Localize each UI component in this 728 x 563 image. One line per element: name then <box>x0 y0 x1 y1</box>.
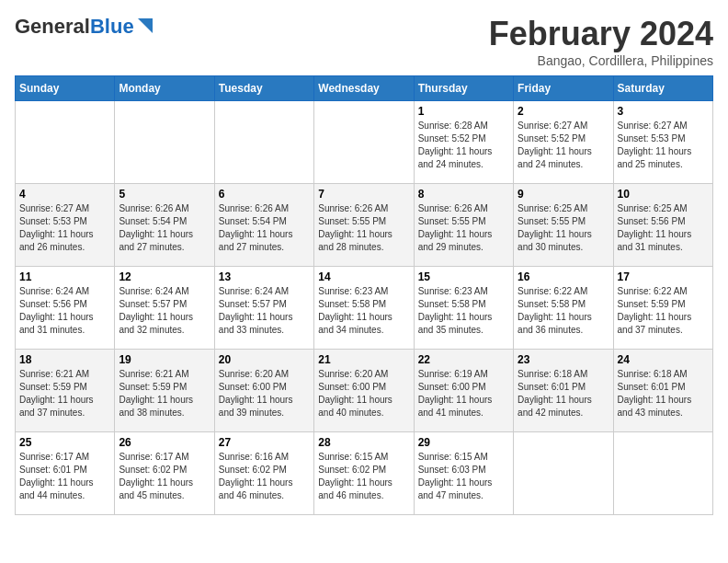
calendar-cell: 17Sunrise: 6:22 AM Sunset: 5:59 PM Dayli… <box>613 267 712 350</box>
calendar-cell: 27Sunrise: 6:16 AM Sunset: 6:02 PM Dayli… <box>214 432 313 515</box>
calendar-week-row: 11Sunrise: 6:24 AM Sunset: 5:56 PM Dayli… <box>16 267 713 350</box>
day-info: Sunrise: 6:17 AM Sunset: 6:02 PM Dayligh… <box>119 451 210 502</box>
day-info: Sunrise: 6:18 AM Sunset: 6:01 PM Dayligh… <box>618 368 709 419</box>
day-info: Sunrise: 6:23 AM Sunset: 5:58 PM Dayligh… <box>418 285 509 337</box>
day-number: 17 <box>618 270 709 283</box>
weekday-header: Sunday <box>16 76 115 101</box>
calendar-cell: 26Sunrise: 6:17 AM Sunset: 6:02 PM Dayli… <box>115 432 214 515</box>
day-number: 9 <box>518 188 609 201</box>
day-number: 2 <box>518 105 609 118</box>
day-number: 10 <box>618 188 709 201</box>
calendar-week-row: 18Sunrise: 6:21 AM Sunset: 5:59 PM Dayli… <box>16 350 713 432</box>
day-number: 26 <box>119 436 210 449</box>
calendar-cell: 4Sunrise: 6:27 AM Sunset: 5:53 PM Daylig… <box>16 184 115 267</box>
day-number: 1 <box>418 105 509 118</box>
day-number: 12 <box>119 270 210 283</box>
day-info: Sunrise: 6:24 AM Sunset: 5:57 PM Dayligh… <box>119 285 210 337</box>
location: Bangao, Cordillera, Philippines <box>489 53 713 68</box>
day-info: Sunrise: 6:22 AM Sunset: 5:58 PM Dayligh… <box>518 285 609 337</box>
calendar-cell: 28Sunrise: 6:15 AM Sunset: 6:02 PM Dayli… <box>314 432 414 515</box>
calendar-cell: 5Sunrise: 6:26 AM Sunset: 5:54 PM Daylig… <box>115 184 214 267</box>
calendar-cell: 18Sunrise: 6:21 AM Sunset: 5:59 PM Dayli… <box>16 350 115 432</box>
calendar-cell: 29Sunrise: 6:15 AM Sunset: 6:03 PM Dayli… <box>414 432 513 515</box>
calendar-cell: 3Sunrise: 6:27 AM Sunset: 5:53 PM Daylig… <box>613 101 712 184</box>
day-info: Sunrise: 6:27 AM Sunset: 5:52 PM Dayligh… <box>518 120 609 171</box>
calendar-cell: 1Sunrise: 6:28 AM Sunset: 5:52 PM Daylig… <box>414 101 513 184</box>
calendar-cell: 11Sunrise: 6:24 AM Sunset: 5:56 PM Dayli… <box>16 267 115 350</box>
day-number: 16 <box>518 270 609 283</box>
day-info: Sunrise: 6:25 AM Sunset: 5:56 PM Dayligh… <box>618 202 709 254</box>
day-number: 6 <box>219 188 310 201</box>
day-info: Sunrise: 6:27 AM Sunset: 5:53 PM Dayligh… <box>618 120 709 171</box>
day-number: 11 <box>19 270 110 283</box>
weekday-header: Monday <box>115 76 214 101</box>
day-number: 7 <box>318 188 409 201</box>
day-number: 3 <box>618 105 709 118</box>
calendar-week-row: 1Sunrise: 6:28 AM Sunset: 5:52 PM Daylig… <box>16 101 713 184</box>
day-info: Sunrise: 6:23 AM Sunset: 5:58 PM Dayligh… <box>318 285 409 337</box>
day-number: 29 <box>418 436 509 449</box>
calendar-cell: 8Sunrise: 6:26 AM Sunset: 5:55 PM Daylig… <box>414 184 513 267</box>
day-info: Sunrise: 6:21 AM Sunset: 5:59 PM Dayligh… <box>119 368 210 419</box>
day-info: Sunrise: 6:17 AM Sunset: 6:01 PM Dayligh… <box>19 451 110 502</box>
day-number: 14 <box>318 270 409 283</box>
day-info: Sunrise: 6:26 AM Sunset: 5:55 PM Dayligh… <box>318 202 409 254</box>
calendar-cell: 25Sunrise: 6:17 AM Sunset: 6:01 PM Dayli… <box>16 432 115 515</box>
calendar-cell <box>16 101 115 184</box>
calendar-cell: 19Sunrise: 6:21 AM Sunset: 5:59 PM Dayli… <box>115 350 214 432</box>
day-info: Sunrise: 6:24 AM Sunset: 5:56 PM Dayligh… <box>19 285 110 337</box>
day-number: 23 <box>518 353 609 366</box>
weekday-header: Friday <box>514 76 613 101</box>
day-info: Sunrise: 6:26 AM Sunset: 5:54 PM Dayligh… <box>219 202 310 254</box>
calendar-cell: 10Sunrise: 6:25 AM Sunset: 5:56 PM Dayli… <box>613 184 712 267</box>
calendar-cell: 20Sunrise: 6:20 AM Sunset: 6:00 PM Dayli… <box>214 350 313 432</box>
day-number: 18 <box>19 353 110 366</box>
day-info: Sunrise: 6:15 AM Sunset: 6:03 PM Dayligh… <box>418 451 509 502</box>
svg-marker-0 <box>138 18 153 33</box>
calendar-cell: 6Sunrise: 6:26 AM Sunset: 5:54 PM Daylig… <box>214 184 313 267</box>
calendar-cell: 13Sunrise: 6:24 AM Sunset: 5:57 PM Dayli… <box>214 267 313 350</box>
weekday-header-row: SundayMondayTuesdayWednesdayThursdayFrid… <box>16 76 713 101</box>
logo-icon <box>134 17 154 37</box>
day-info: Sunrise: 6:22 AM Sunset: 5:59 PM Dayligh… <box>618 285 709 337</box>
day-number: 25 <box>19 436 110 449</box>
page-header: GeneralBlue February 2024 Bangao, Cordil… <box>15 15 713 68</box>
logo: GeneralBlue <box>15 15 154 39</box>
day-number: 21 <box>318 353 409 366</box>
day-info: Sunrise: 6:20 AM Sunset: 6:00 PM Dayligh… <box>219 368 310 419</box>
day-info: Sunrise: 6:28 AM Sunset: 5:52 PM Dayligh… <box>418 120 509 171</box>
day-number: 28 <box>318 436 409 449</box>
day-number: 19 <box>119 353 210 366</box>
day-info: Sunrise: 6:21 AM Sunset: 5:59 PM Dayligh… <box>19 368 110 419</box>
day-info: Sunrise: 6:27 AM Sunset: 5:53 PM Dayligh… <box>19 202 110 254</box>
calendar-cell <box>514 432 613 515</box>
day-info: Sunrise: 6:15 AM Sunset: 6:02 PM Dayligh… <box>318 451 409 502</box>
day-info: Sunrise: 6:25 AM Sunset: 5:55 PM Dayligh… <box>518 202 609 254</box>
day-number: 5 <box>119 188 210 201</box>
logo-general: GeneralBlue <box>15 15 134 39</box>
calendar-cell: 12Sunrise: 6:24 AM Sunset: 5:57 PM Dayli… <box>115 267 214 350</box>
day-number: 4 <box>19 188 110 201</box>
calendar-cell: 21Sunrise: 6:20 AM Sunset: 6:00 PM Dayli… <box>314 350 414 432</box>
day-number: 27 <box>219 436 310 449</box>
day-info: Sunrise: 6:20 AM Sunset: 6:00 PM Dayligh… <box>318 368 409 419</box>
calendar-table: SundayMondayTuesdayWednesdayThursdayFrid… <box>15 75 713 515</box>
day-info: Sunrise: 6:24 AM Sunset: 5:57 PM Dayligh… <box>219 285 310 337</box>
weekday-header: Wednesday <box>314 76 414 101</box>
calendar-cell: 16Sunrise: 6:22 AM Sunset: 5:58 PM Dayli… <box>514 267 613 350</box>
title-area: February 2024 Bangao, Cordillera, Philip… <box>489 15 713 68</box>
day-info: Sunrise: 6:26 AM Sunset: 5:54 PM Dayligh… <box>119 202 210 254</box>
day-number: 8 <box>418 188 509 201</box>
weekday-header: Thursday <box>414 76 513 101</box>
calendar-week-row: 4Sunrise: 6:27 AM Sunset: 5:53 PM Daylig… <box>16 184 713 267</box>
calendar-cell: 24Sunrise: 6:18 AM Sunset: 6:01 PM Dayli… <box>613 350 712 432</box>
calendar-cell: 23Sunrise: 6:18 AM Sunset: 6:01 PM Dayli… <box>514 350 613 432</box>
day-number: 22 <box>418 353 509 366</box>
weekday-header: Tuesday <box>214 76 313 101</box>
calendar-cell: 15Sunrise: 6:23 AM Sunset: 5:58 PM Dayli… <box>414 267 513 350</box>
day-number: 13 <box>219 270 310 283</box>
calendar-cell: 22Sunrise: 6:19 AM Sunset: 6:00 PM Dayli… <box>414 350 513 432</box>
calendar-cell: 7Sunrise: 6:26 AM Sunset: 5:55 PM Daylig… <box>314 184 414 267</box>
month-year: February 2024 <box>489 15 713 53</box>
day-number: 24 <box>618 353 709 366</box>
